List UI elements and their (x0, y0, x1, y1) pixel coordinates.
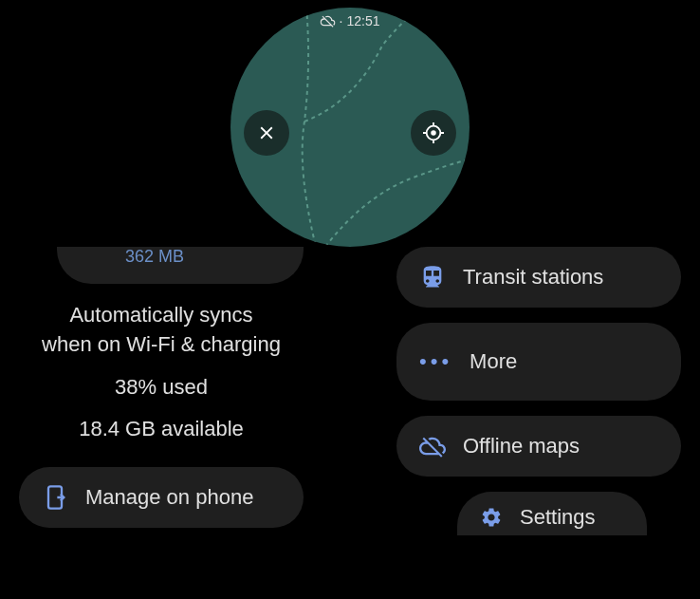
storage-size: 362 MB (125, 247, 184, 267)
more-icon: ••• (419, 349, 452, 374)
phone-icon (42, 484, 68, 511)
cloud-off-icon (321, 13, 336, 28)
right-column: Transit stations ••• More Offline maps S… (396, 247, 681, 535)
close-button[interactable] (244, 110, 289, 156)
gear-icon (480, 506, 503, 529)
more-button[interactable]: ••• More (396, 323, 681, 401)
transit-label: Transit stations (463, 265, 603, 290)
manage-label: Manage on phone (85, 485, 253, 510)
settings-label: Settings (520, 505, 596, 530)
status-time: 12:51 (346, 13, 379, 28)
status-bar: · 12:51 (321, 13, 380, 28)
left-column: 362 MB Automatically syncs when on Wi-Fi… (19, 247, 304, 543)
offline-maps-button[interactable]: Offline maps (396, 416, 681, 477)
locate-icon (423, 122, 444, 143)
manage-on-phone-button[interactable]: Manage on phone (19, 467, 304, 528)
svg-point-1 (431, 130, 436, 136)
storage-item[interactable]: 362 MB (57, 247, 304, 284)
watch-map-face[interactable]: · 12:51 (230, 8, 470, 247)
status-dot: · (340, 13, 343, 28)
sync-info: Automatically syncs when on Wi-Fi & char… (19, 301, 304, 360)
cloud-off-icon (419, 433, 446, 459)
more-label: More (470, 349, 517, 374)
locate-button[interactable] (411, 110, 456, 156)
offline-label: Offline maps (463, 434, 580, 459)
storage-available: 18.4 GB available (19, 415, 304, 444)
transit-icon (419, 264, 446, 290)
settings-button[interactable]: Settings (457, 492, 647, 535)
close-icon (256, 122, 277, 143)
usage-percent: 38% used (19, 373, 304, 402)
transit-stations-button[interactable]: Transit stations (396, 247, 681, 308)
